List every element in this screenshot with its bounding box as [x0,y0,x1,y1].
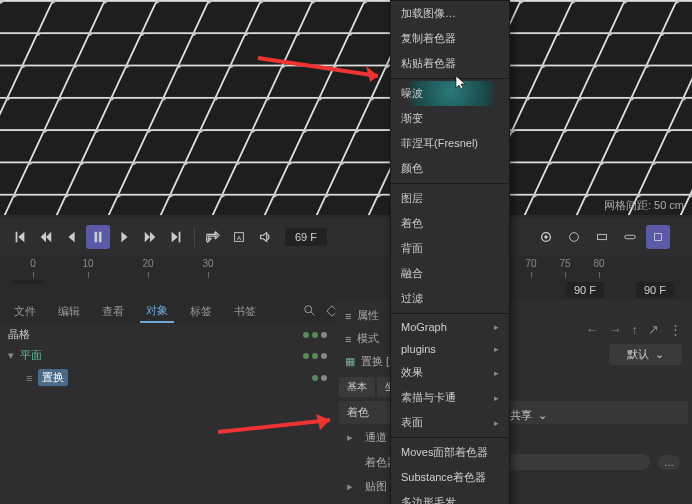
key-options-button[interactable] [590,225,614,249]
sound-button[interactable] [253,225,277,249]
search-icon[interactable] [302,303,318,319]
nav-up-button[interactable]: ↑ [632,322,639,337]
object-manager-panel: 晶格 ▾ 平面 ≡ 置换 [0,324,335,504]
object-label: 平面 [20,348,42,363]
displace-icon: ▦ [345,355,355,368]
svg-rect-11 [598,234,607,239]
autokey-button[interactable] [562,225,586,249]
layout-preset-dropdown[interactable]: 默认 ⌄ [609,344,682,365]
goto-start-button[interactable] [8,225,32,249]
timeline-end-input[interactable]: 90 F [566,282,604,298]
shader-more-button[interactable]: … [658,455,680,470]
ctx-polyhair[interactable]: 多边形毛发 [391,490,509,504]
hamburger-icon[interactable]: ≡ [345,310,351,322]
ctx-gradient[interactable]: 渐变 [391,106,509,131]
preset-label: 默认 [627,347,649,362]
tab-edit[interactable]: 编辑 [52,301,86,322]
ctx-blend[interactable]: 融合 [391,261,509,286]
chevron-down-icon: ⌄ [538,409,547,422]
grid-spacing-label: 网格间距: 50 cm [604,198,684,213]
tick: 80 [582,256,616,284]
submenu-arrow-icon: ▸ [494,418,499,428]
timeline-start-input[interactable]: 0 F [12,280,44,284]
ctx-noise[interactable]: 噪波 [391,81,509,106]
current-frame-display[interactable]: 69 F [285,228,327,246]
prev-key-button[interactable] [34,225,58,249]
submenu-arrow-icon: ▸ [494,322,499,332]
tab-object[interactable]: 对象 [140,300,174,323]
ctx-effects[interactable]: 效果▸ [391,360,509,385]
svg-point-13 [305,306,312,313]
object-row-lattice[interactable]: 晶格 [0,324,335,345]
svg-rect-12 [625,235,636,239]
record-key-button[interactable] [534,225,558,249]
timeline-ruler-right[interactable]: 70 75 80 [510,256,692,284]
ctx-layer[interactable]: 图层 [391,186,509,211]
object-row-plane[interactable]: ▾ 平面 [0,345,335,366]
attr-tab-basic[interactable]: 基本 [339,377,375,397]
submenu-arrow-icon: ▸ [494,344,499,354]
viewport-3d[interactable] [0,0,692,215]
ctx-backface[interactable]: 背面 [391,236,509,261]
ctx-sketch[interactable]: 素描与卡通▸ [391,385,509,410]
tab-view[interactable]: 查看 [96,301,130,322]
attr-mode[interactable]: 模式 [357,331,379,346]
goto-end-button[interactable] [164,225,188,249]
svg-rect-4 [0,0,692,215]
anim-layer-button[interactable] [618,225,642,249]
tick: 30 [178,256,238,284]
object-manager-tabs: 文件 编辑 查看 对象 标签 书签 ⋮ [0,300,392,322]
tick: 20 [118,256,178,284]
shader-context-menu: 加载图像… 复制着色器 粘贴着色器 噪波 渐变 菲涅耳(Fresnel) 颜色 … [390,0,510,504]
tab-tags[interactable]: 标签 [184,301,218,322]
ctx-filter[interactable]: 过滤 [391,286,509,311]
tick: 75 [548,256,582,284]
attr-label: 贴图 [365,479,387,494]
ctx-moves[interactable]: Moves面部着色器 [391,440,509,465]
tab-bookmarks[interactable]: 书签 [228,301,262,322]
attr-title: 属性 [357,308,379,323]
object-label: 晶格 [8,327,30,342]
object-row-displace[interactable]: ≡ 置换 [0,366,335,389]
loop-button[interactable] [201,225,225,249]
next-key-button[interactable] [138,225,162,249]
hamburger-icon[interactable]: ≡ [345,333,351,345]
tab-file[interactable]: 文件 [8,301,42,322]
ctx-color[interactable]: 颜色 [391,156,509,181]
chevron-right-icon[interactable]: ▸ [347,431,353,444]
ctx-shader[interactable]: 着色 [391,211,509,236]
nav-menu-button[interactable]: ⋮ [669,322,682,337]
nav-fwd-button[interactable]: → [609,322,622,337]
chevron-down-icon: ⌄ [655,348,664,361]
next-frame-button[interactable] [112,225,136,249]
svg-point-10 [570,233,579,242]
chevron-right-icon[interactable]: ▸ [347,480,353,493]
ctx-surface[interactable]: 表面▸ [391,410,509,435]
submenu-arrow-icon: ▸ [494,368,499,378]
timeline-max-input[interactable]: 90 F [636,282,674,298]
submenu-arrow-icon: ▸ [494,393,499,403]
keyframe-mode-button[interactable]: A [227,225,251,249]
svg-line-14 [311,312,315,316]
ctx-paste-shader[interactable]: 粘贴着色器 [391,51,509,76]
play-pause-button[interactable] [86,225,110,249]
attr-label: 通道 [365,430,387,445]
nav-ext-button[interactable]: ↗ [648,322,659,337]
object-label: 置换 [38,369,68,386]
ctx-substance[interactable]: Substance着色器 [391,465,509,490]
playback-bar-right [528,218,692,256]
attr-nav-tools: ← → ↑ ↗ ⋮ [586,322,683,337]
ctx-plugins[interactable]: plugins▸ [391,338,509,360]
ctx-copy-shader[interactable]: 复制着色器 [391,26,509,51]
tick: 10 [58,256,118,284]
prev-frame-button[interactable] [60,225,84,249]
share-dropdown[interactable]: 共享 ⌄ [510,408,547,423]
ctx-fresnel[interactable]: 菲涅耳(Fresnel) [391,131,509,156]
tick: 70 [514,256,548,284]
ctx-load-image[interactable]: 加载图像… [391,1,509,26]
nav-back-button[interactable]: ← [586,322,599,337]
svg-text:A: A [237,234,242,241]
ctx-mograph[interactable]: MoGraph▸ [391,316,509,338]
anim-mode-button[interactable] [646,225,670,249]
svg-point-9 [544,235,548,239]
